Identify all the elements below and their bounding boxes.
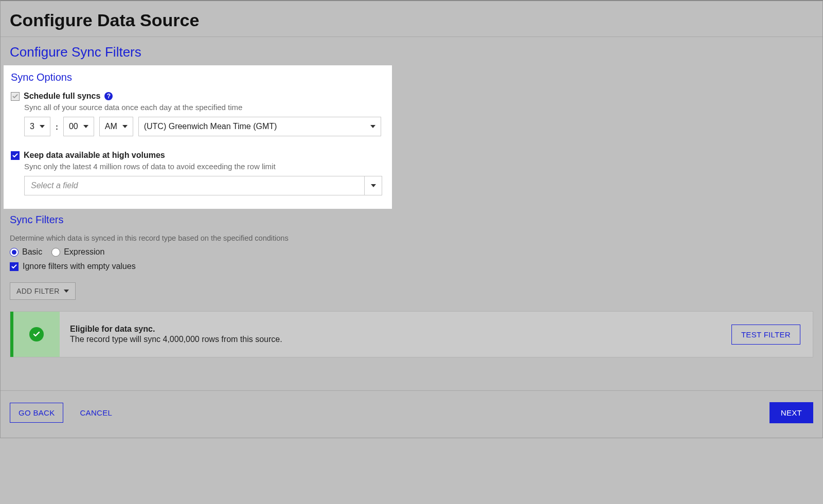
- keep-data-high-volume-checkbox[interactable]: [11, 151, 20, 160]
- caret-down-icon: [83, 125, 88, 128]
- keep-data-high-volume-label: Keep data available at high volumes: [24, 151, 165, 160]
- time-colon: :: [56, 122, 58, 131]
- next-button[interactable]: NEXT: [770, 402, 813, 423]
- sync-filters-heading: Sync Filters: [10, 209, 813, 228]
- status-title: Eligible for data sync.: [70, 325, 721, 334]
- ignore-empty-checkbox[interactable]: [10, 262, 19, 271]
- caret-down-icon: [371, 184, 376, 187]
- page-header: Configure Data Source: [1, 1, 822, 37]
- go-back-button[interactable]: GO BACK: [10, 403, 63, 423]
- sync-options-card: Sync Options Schedule full syncs ? Sync …: [4, 65, 392, 209]
- caret-down-icon: [122, 125, 128, 128]
- sync-options-heading: Sync Options: [11, 71, 385, 85]
- section-title: Configure Sync Filters: [10, 44, 813, 60]
- test-filter-button[interactable]: TEST FILTER: [731, 325, 800, 345]
- add-filter-button[interactable]: ADD FILTER: [10, 282, 76, 300]
- cancel-button[interactable]: CANCEL: [71, 403, 120, 422]
- footer: GO BACK CANCEL NEXT: [1, 390, 822, 438]
- schedule-full-syncs-desc: Sync all of your source data once each d…: [24, 103, 385, 112]
- page-title: Configure Data Source: [10, 10, 813, 30]
- help-icon[interactable]: ?: [104, 92, 113, 100]
- caret-down-icon: [370, 125, 375, 128]
- sync-filters-desc: Determine which data is synced in this r…: [10, 234, 813, 242]
- status-banner: Eligible for data sync. The record type …: [10, 311, 813, 357]
- select-field-placeholder: Select a field: [25, 181, 364, 190]
- keep-data-high-volume-desc: Sync only the latest 4 million rows of d…: [24, 162, 385, 171]
- caret-down-icon: [40, 125, 45, 128]
- ignore-empty-label: Ignore filters with empty values: [23, 262, 136, 271]
- hour-select[interactable]: 3: [24, 117, 50, 136]
- check-circle-icon: [29, 327, 44, 341]
- schedule-full-syncs-label: Schedule full syncs: [24, 92, 100, 101]
- filter-mode-expression-label: Expression: [64, 247, 104, 257]
- filter-mode-basic-radio[interactable]: [10, 248, 19, 257]
- ampm-select[interactable]: AM: [99, 117, 133, 136]
- status-body: The record type will sync 4,000,000 rows…: [70, 335, 721, 344]
- select-field-dropdown[interactable]: Select a field: [24, 176, 382, 195]
- timezone-select[interactable]: (UTC) Greenwich Mean Time (GMT): [138, 117, 381, 136]
- caret-down-icon: [64, 290, 69, 293]
- status-icon-wrap: [13, 312, 60, 357]
- minute-select[interactable]: 00: [63, 117, 94, 136]
- filter-mode-expression-radio[interactable]: [51, 248, 60, 257]
- filter-mode-basic-label: Basic: [22, 247, 42, 257]
- schedule-full-syncs-checkbox[interactable]: [11, 92, 20, 101]
